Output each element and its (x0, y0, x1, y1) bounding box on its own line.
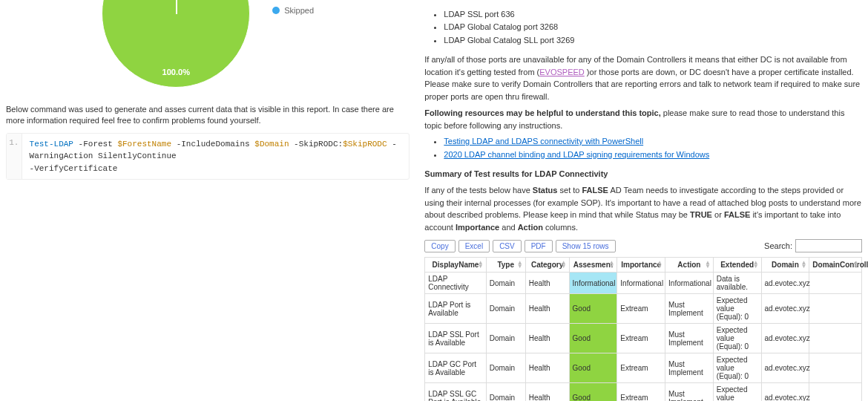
ports-paragraph: If any/all of those ports are unavailabl… (424, 53, 862, 102)
table-cell: Expected value (Equal): 0 (713, 383, 761, 401)
sort-icon[interactable]: ▲▼ (608, 261, 614, 269)
resources-heading: Following resources may be helpful to un… (424, 107, 862, 131)
table-row[interactable]: LDAP SSL GC Port is AvailableDomainHealt… (425, 383, 862, 401)
table-row[interactable]: LDAP ConnectivityDomainHealthInformation… (425, 273, 862, 294)
table-cell: Health (525, 324, 569, 353)
table-cell: Health (525, 353, 569, 383)
table-cell: Must Implement (665, 383, 714, 401)
code-block: 1. Test-LDAP -Forest $ForestName -Includ… (6, 133, 410, 180)
table-cell: Informational (617, 273, 665, 294)
table-cell: LDAP SSL Port is Available (425, 324, 486, 353)
table-cell: ad.evotec.xyz (761, 383, 809, 401)
search-label: Search: (764, 241, 792, 250)
table-cell: ad.evotec.xyz (761, 324, 809, 353)
table-cell: Health (525, 383, 569, 401)
table-cell: Informational (665, 273, 714, 294)
column-header[interactable]: DisplayName▲▼ (425, 258, 486, 273)
table-cell: Expected value (Equal): 0 (713, 324, 761, 353)
sort-icon[interactable]: ▲▼ (800, 261, 806, 269)
sort-icon[interactable]: ▲▼ (657, 261, 662, 269)
table-cell: Data is available. (713, 273, 761, 294)
pie-chart: 100.0% Skipped (6, 6, 410, 95)
table-row[interactable]: LDAP GC Port is AvailableDomainHealthGoo… (425, 353, 862, 383)
table-cell: Good (569, 294, 617, 324)
table-cell: Health (525, 273, 569, 294)
column-header[interactable]: Category▲▼ (525, 258, 569, 273)
pdf-button[interactable]: PDF (525, 240, 553, 252)
table-cell: Extream (617, 324, 665, 353)
table-cell: LDAP SSL GC Port is Available (425, 383, 486, 401)
table-cell: Informational (569, 273, 617, 294)
table-cell (809, 273, 862, 294)
summary-paragraph: If any of the tests below have Status se… (424, 184, 862, 233)
legend-label: Skipped (284, 6, 314, 15)
code-line-number: 1. (7, 134, 22, 180)
table-cell (809, 324, 862, 353)
table-cell: Domain (486, 383, 525, 401)
pie-center-label: 100.0% (162, 68, 190, 76)
copy-button[interactable]: Copy (424, 240, 455, 252)
table-cell: ad.evotec.xyz (761, 353, 809, 383)
column-header[interactable]: DomainController▲▼ (809, 258, 862, 273)
table-cell (809, 383, 862, 401)
table-cell: Good (569, 383, 617, 401)
column-header[interactable]: Assesment▲▼ (569, 258, 617, 273)
column-header[interactable]: Extended▲▼ (713, 258, 761, 273)
legend-dot-icon (272, 7, 280, 14)
table-cell: Must Implement (665, 353, 714, 383)
results-table: DisplayName▲▼Type▲▼Category▲▼Assesment▲▼… (424, 257, 862, 401)
table-cell: Good (569, 353, 617, 383)
sort-icon[interactable]: ▲▼ (753, 261, 759, 269)
search-input[interactable] (795, 239, 862, 252)
summary-heading: Summary of Test results for LDAP Connect… (424, 169, 608, 178)
table-row[interactable]: LDAP Port is AvailableDomainHealthGoodEx… (425, 294, 862, 324)
column-header[interactable]: Importance▲▼ (617, 258, 665, 273)
command-intro: Below command was used to generate and a… (6, 104, 410, 127)
sort-icon[interactable]: ▲▼ (561, 261, 567, 269)
ports-list: LDAP SSL port 636 LDAP Global Catalog po… (444, 9, 862, 46)
resource-link[interactable]: 2020 LDAP channel binding and LDAP signi… (444, 150, 709, 159)
table-cell: Health (525, 294, 569, 324)
show-rows-button[interactable]: Show 15 rows (556, 240, 616, 252)
table-cell: Must Implement (665, 294, 714, 324)
table-cell (809, 294, 862, 324)
sort-icon[interactable]: ▲▼ (517, 261, 523, 269)
table-cell: Good (569, 324, 617, 353)
table-cell: Expected value (Equal): 0 (713, 353, 761, 383)
table-cell: ad.evotec.xyz (761, 294, 809, 324)
table-cell: Domain (486, 324, 525, 353)
table-cell: Domain (486, 353, 525, 383)
table-cell: LDAP Port is Available (425, 294, 486, 324)
list-item: LDAP Global Catalog SLL port 3269 (444, 35, 862, 46)
column-header[interactable]: Domain▲▼ (761, 258, 809, 273)
table-cell: ad.evotec.xyz (761, 273, 809, 294)
table-cell (809, 353, 862, 383)
table-cell: Expected value (Equal): 0 (713, 294, 761, 324)
sort-icon[interactable]: ▲▼ (478, 261, 484, 269)
table-cell: LDAP GC Port is Available (425, 353, 486, 383)
list-item: LDAP SSL port 636 (444, 9, 862, 20)
column-header[interactable]: Type▲▼ (486, 258, 525, 273)
excel-button[interactable]: Excel (458, 240, 490, 252)
table-row[interactable]: LDAP SSL Port is AvailableDomainHealthGo… (425, 324, 862, 353)
column-header[interactable]: Action▲▼ (665, 258, 714, 273)
sort-icon[interactable]: ▲▼ (853, 261, 859, 269)
table-cell: Must Implement (665, 324, 714, 353)
sort-icon[interactable]: ▲▼ (705, 261, 711, 269)
legend-item[interactable]: Skipped (272, 6, 314, 15)
table-cell: Extream (617, 353, 665, 383)
table-cell: Extream (617, 383, 665, 401)
table-cell: LDAP Connectivity (425, 273, 486, 294)
table-cell: Domain (486, 294, 525, 324)
resources-list: Testing LDAP and LDAPS connectivity with… (444, 136, 862, 160)
table-cell: Domain (486, 273, 525, 294)
table-cell: Extream (617, 294, 665, 324)
resource-link[interactable]: Testing LDAP and LDAPS connectivity with… (444, 137, 643, 146)
list-item: LDAP Global Catalog port 3268 (444, 22, 862, 33)
evospeed-link[interactable]: EVOSPEED (539, 68, 585, 76)
csv-button[interactable]: CSV (493, 240, 522, 252)
